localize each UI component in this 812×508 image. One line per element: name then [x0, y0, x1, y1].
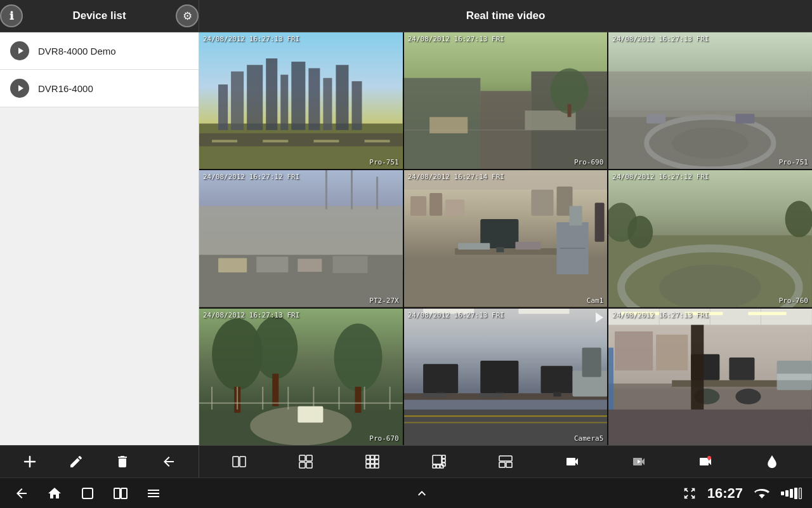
- svg-rect-16: [365, 140, 390, 142]
- svg-point-117: [736, 389, 761, 404]
- nav-menu-button[interactable]: [142, 482, 165, 505]
- svg-rect-151: [121, 488, 127, 498]
- svg-rect-83: [298, 406, 323, 422]
- video-cell-4[interactable]: 24/08/2012 16:27:12 FRI PT2-27X: [199, 170, 403, 307]
- svg-rect-94: [422, 393, 447, 397]
- settings-alt-button[interactable]: [760, 450, 784, 474]
- svg-rect-126: [299, 462, 305, 468]
- play-indicator-8: [596, 312, 603, 323]
- add-button[interactable]: [18, 450, 42, 474]
- layout-featured-button[interactable]: [427, 450, 451, 474]
- svg-marker-152: [761, 498, 763, 500]
- system-time: 16:27: [707, 485, 743, 502]
- svg-rect-146: [506, 462, 512, 467]
- svg-rect-141: [433, 465, 436, 468]
- timestamp-7: 24/08/2012 16:27:13 FRI: [203, 311, 299, 319]
- camera-play-button[interactable]: [627, 450, 651, 474]
- info-button[interactable]: ℹ: [0, 4, 23, 27]
- svg-rect-137: [433, 455, 442, 464]
- svg-rect-52: [496, 247, 504, 252]
- nav-back-button[interactable]: [10, 482, 33, 505]
- device-item-dvr8[interactable]: DVR8-4000 Demo: [0, 32, 199, 70]
- device-item-dvr16[interactable]: DVR16-4000: [0, 70, 199, 107]
- video-cell-8[interactable]: 24/08/2012 16:27:13 FRI Camera5: [404, 309, 608, 445]
- svg-point-71: [334, 323, 382, 391]
- realtime-title: Real time video: [466, 10, 546, 22]
- svg-rect-8: [291, 62, 305, 130]
- svg-rect-125: [306, 455, 312, 461]
- label-7: Pro-670: [369, 434, 398, 443]
- video-cell-3[interactable]: 24/08/2012 16:27:13 FRI Pro-751: [608, 32, 812, 169]
- svg-rect-129: [370, 455, 374, 459]
- svg-point-65: [627, 216, 653, 248]
- system-bar: 16:27: [0, 478, 812, 508]
- svg-rect-86: [518, 309, 569, 314]
- camera-multi-button[interactable]: [693, 450, 717, 474]
- svg-rect-88: [423, 364, 458, 393]
- svg-rect-138: [442, 455, 445, 458]
- svg-rect-121: [691, 324, 704, 409]
- video-cell-9[interactable]: 24/08/2012 16:27:13 FRI: [608, 309, 812, 445]
- layout-quad-button[interactable]: [294, 450, 318, 474]
- nav-up-button[interactable]: [410, 482, 433, 505]
- main-content: DVR8-4000 Demo DVR16-4000: [0, 32, 812, 445]
- svg-rect-145: [499, 462, 505, 467]
- svg-rect-134: [366, 464, 370, 468]
- timestamp-8: 24/08/2012 16:27:13 FRI: [408, 311, 504, 319]
- svg-rect-120: [608, 410, 812, 445]
- svg-rect-15: [313, 140, 339, 142]
- svg-rect-14: [263, 140, 288, 142]
- svg-rect-90: [480, 361, 518, 393]
- back-button[interactable]: [157, 450, 181, 474]
- timestamp-5: 24/08/2012 16:27:14 FRI: [408, 173, 504, 181]
- svg-rect-127: [306, 462, 312, 468]
- svg-rect-122: [233, 457, 239, 467]
- svg-rect-149: [82, 488, 93, 498]
- timestamp-3: 24/08/2012 16:27:13 FRI: [612, 35, 709, 43]
- svg-rect-46: [429, 193, 442, 216]
- svg-rect-143: [440, 465, 443, 468]
- camera-record-button[interactable]: [560, 450, 584, 474]
- edit-button[interactable]: [64, 450, 88, 474]
- svg-rect-132: [370, 460, 374, 464]
- delete-button[interactable]: [110, 450, 134, 474]
- device-name-dvr16: DVR16-4000: [38, 83, 93, 94]
- svg-rect-12: [351, 81, 362, 130]
- video-cell-6[interactable]: 24/08/2012 16:27:12 FRI Pro-760: [608, 170, 812, 307]
- video-bg-8: [404, 309, 608, 445]
- nav-split-button[interactable]: [109, 482, 132, 505]
- svg-rect-45: [410, 196, 426, 216]
- svg-rect-13: [212, 140, 237, 142]
- svg-rect-112: [608, 347, 613, 413]
- header-left: ℹ Device list ⚙: [0, 0, 199, 32]
- video-cell-2[interactable]: 24/08/2012 16:27:13 FRI Pro-690: [404, 32, 608, 169]
- layout-4-button[interactable]: [360, 450, 384, 474]
- svg-rect-150: [114, 488, 120, 498]
- settings-button[interactable]: ⚙: [176, 4, 199, 27]
- svg-rect-4: [231, 72, 244, 130]
- svg-rect-31: [646, 114, 665, 123]
- video-bg-9: [608, 309, 812, 445]
- timestamp-1: 24/08/2012 16:27:13 FRI: [203, 35, 299, 43]
- nav-recent-button[interactable]: [76, 482, 99, 505]
- video-cell-5[interactable]: 24/08/2012 16:27:14 FRI Cam1: [404, 170, 608, 307]
- svg-rect-55: [458, 243, 490, 250]
- layout-wide-button[interactable]: [494, 450, 518, 474]
- svg-rect-58: [594, 203, 604, 243]
- video-bg-2: [404, 32, 608, 169]
- svg-rect-92: [540, 366, 572, 393]
- svg-rect-113: [672, 380, 787, 386]
- expand-button[interactable]: [679, 485, 700, 502]
- video-bg-3: [608, 32, 812, 169]
- nav-home-button[interactable]: [43, 482, 66, 505]
- video-cell-1[interactable]: 24/08/2012 16:27:13 FRI Pro-751: [199, 32, 403, 169]
- label-1: Pro-751: [369, 158, 398, 166]
- video-bg-4: [199, 170, 403, 307]
- toolbar-right: [199, 450, 812, 474]
- device-name-dvr8: DVR8-4000 Demo: [38, 46, 116, 57]
- svg-rect-30: [608, 72, 812, 117]
- svg-rect-6: [266, 58, 277, 130]
- svg-rect-130: [375, 455, 379, 459]
- layout-split-button[interactable]: [227, 450, 251, 474]
- video-cell-7[interactable]: 24/08/2012 16:27:13 FRI Pro-670: [199, 309, 403, 445]
